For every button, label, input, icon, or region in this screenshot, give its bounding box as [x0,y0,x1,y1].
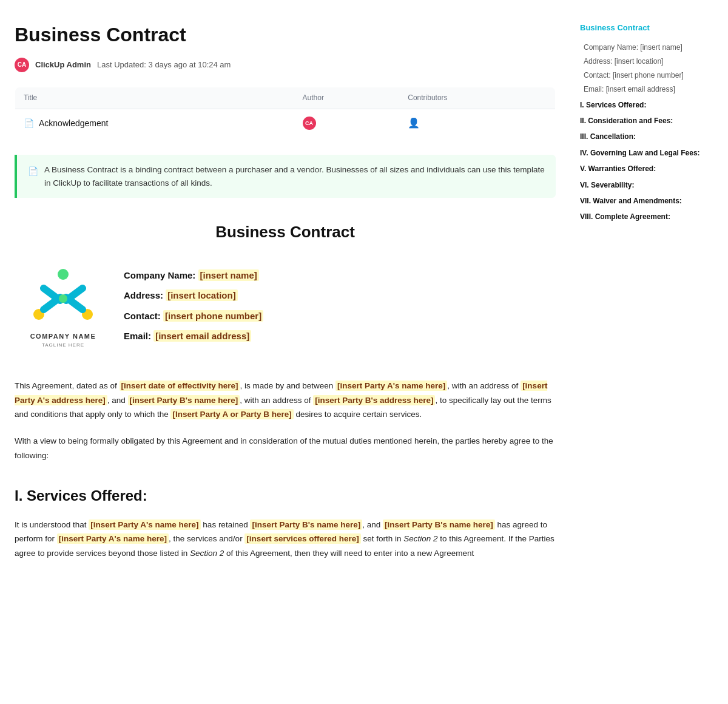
hl-s1-party-b2: [insert Party B's name here] [383,520,495,530]
subpage-title: Acknowledgement [39,117,108,130]
row-title-cell: 📄 Acknowledgement [15,109,294,138]
toc-section-8[interactable]: VIII. Complete Agreement: [580,209,713,225]
toc-email[interactable]: Email: [insert email address] [580,83,713,96]
subpages-table: Title Author Contributors 📄 Acknowledgem… [15,87,556,138]
detail-address: Address: [insert location] [124,288,544,303]
hl-date: [insert date of effectivity here] [120,381,240,391]
company-tagline: TAGLINE HERE [42,342,84,350]
col-author: Author [294,87,400,109]
section-1-paragraph: It is understood that [insert Party A's … [15,518,556,561]
highlight-address: [insert location] [166,289,238,301]
toc-contact[interactable]: Contact: [insert phone number] [580,69,713,83]
meta-row: CA ClickUp Admin Last Updated: 3 days ag… [15,58,556,72]
detail-contact: Contact: [insert phone number] [124,308,544,324]
hl-party-a-addr: [insert Party A's address here] [15,381,547,405]
author-name: ClickUp Admin [35,59,91,72]
toc-section-7[interactable]: VII. Waiver and Amendments: [580,193,713,209]
page-layout: Business Contract CA ClickUp Admin Last … [0,0,728,592]
hl-party-ab: [Insert Party A or Party B here] [170,409,293,419]
svg-line-6 [66,297,83,310]
company-header: COMPANY NAME TAGLINE HERE Company Name: … [15,267,556,350]
toc-address[interactable]: Address: [insert location] [580,55,713,69]
hl-s1-party-b: [insert Party B's name here] [250,520,362,530]
subpage-author-avatar: CA [303,117,316,130]
toc-section-2[interactable]: II. Consideration and Fees: [580,113,713,129]
col-contributors: Contributors [399,87,555,109]
toc-section-3[interactable]: III. Cancellation: [580,129,713,144]
highlight-company-name: [insert name] [198,269,259,281]
highlight-contact: [insert phone number] [163,310,263,322]
company-name-label: COMPANY NAME [30,331,96,342]
hl-party-a-name: [insert Party A's name here] [335,381,447,391]
svg-point-7 [59,294,67,303]
hl-s1-party-a2: [insert Party A's name here] [57,533,169,544]
row-author-cell: CA [294,109,400,138]
row-contributors-cell: 👤 [399,109,555,138]
table-row: 📄 Acknowledgement CA 👤 [15,109,556,138]
hl-s1-party-a: [insert Party A's name here] [89,520,200,530]
toc-section-5[interactable]: V. Warranties Offered: [580,161,713,177]
main-content: Business Contract CA ClickUp Admin Last … [15,19,556,573]
sidebar: Business Contract Company Name: [insert … [580,19,713,573]
contributor-icon: 👤 [408,118,420,128]
highlight-email: [insert email address] [153,330,251,342]
callout-doc-icon: 📄 [28,164,38,178]
toc-section-6[interactable]: VI. Severability: [580,177,713,193]
doc-body-title: Business Contract [15,220,556,245]
hl-party-b-addr: [insert Party B's address here] [313,395,435,405]
toc-section-4[interactable]: IV. Governing Law and Legal Fees: [580,145,713,161]
company-logo-area: COMPANY NAME TAGLINE HERE [27,267,99,350]
section-1-heading: I. Services Offered: [15,484,556,507]
detail-email: Email: [insert email address] [124,328,544,344]
sidebar-title: Business Contract [580,22,713,35]
page-title: Business Contract [15,19,556,50]
svg-point-0 [58,269,69,280]
col-title: Title [15,87,294,109]
callout-text: A Business Contract is a binding contrac… [44,163,545,189]
company-logo [27,267,99,328]
body-paragraph-1: This Agreement, dated as of [insert date… [15,379,556,422]
detail-company-name: Company Name: [insert name] [124,268,544,283]
company-details: Company Name: [insert name] Address: [in… [124,268,544,349]
toc-company-name[interactable]: Company Name: [insert name] [580,41,713,55]
author-avatar: CA [15,58,29,72]
last-updated: Last Updated: 3 days ago at 10:24 am [97,59,231,72]
callout-box: 📄 A Business Contract is a binding contr… [15,155,556,198]
body-paragraph-2: With a view to being formally obligated … [15,434,556,462]
doc-icon: 📄 [24,117,34,130]
hl-services: [insert services offered here] [244,533,360,544]
toc-section-1[interactable]: I. Services Offered: [580,97,713,113]
hl-party-b-name: [insert Party B's name here] [128,395,240,405]
svg-line-5 [44,297,60,310]
